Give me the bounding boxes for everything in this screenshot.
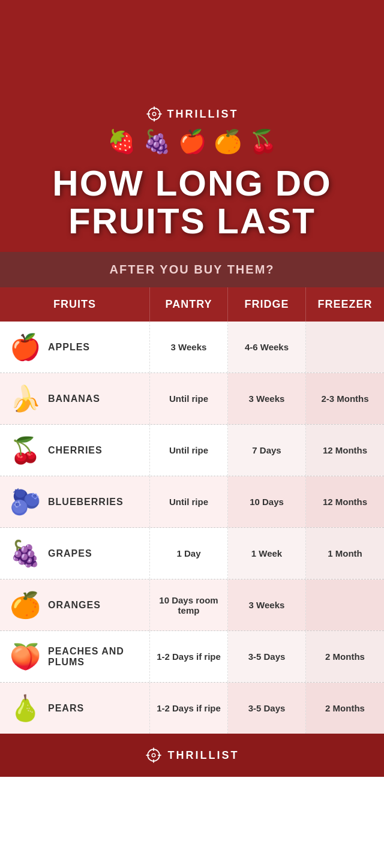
fruit-name: PEACHES AND PLUMS (48, 646, 140, 668)
crosshair-icon-footer (145, 747, 162, 764)
fruit-name: CHERRIES (48, 445, 103, 456)
svg-point-6 (148, 749, 160, 761)
subtitle-bar: AFTER YOU BUY THEM? (0, 252, 384, 287)
fridge-cell: 7 Days (228, 425, 306, 476)
fruit-name-cell: 🍊ORANGES (0, 579, 150, 630)
freezer-cell: 2 Months (306, 683, 384, 734)
fridge-cell: 3-5 Days (228, 631, 306, 682)
fruit-name: GRAPES (48, 548, 92, 559)
table-row: 🍐PEARS1-2 Days if ripe3-5 Days2 Months (0, 683, 384, 734)
freezer-cell: 1 Month (306, 528, 384, 579)
freezer-cell (306, 579, 384, 630)
freezer-cell: 2 Months (306, 631, 384, 682)
thrillist-logo-top: THRILLIST (0, 106, 384, 122)
main-title: HOW LONG DO FRUITS LAST (0, 164, 384, 240)
pantry-cell: 3 Weeks (150, 322, 228, 373)
pantry-cell: Until ripe (150, 476, 228, 527)
fruit-name-cell: 🍐PEARS (0, 683, 150, 734)
table-row: 🍊ORANGES10 Days room temp3 Weeks (0, 579, 384, 631)
fridge-cell: 4-6 Weeks (228, 322, 306, 373)
fridge-cell: 10 Days (228, 476, 306, 527)
table-row: 🍇GRAPES1 Day1 Week1 Month (0, 528, 384, 579)
table-row: 🍎APPLES3 Weeks4-6 Weeks (0, 322, 384, 373)
fruit-name-cell: 🍇GRAPES (0, 528, 150, 579)
table-header: FRUITS PANTRY FRIDGE FREEZER (0, 287, 384, 322)
fruit-name-cell: 🍌BANANAS (0, 373, 150, 424)
pantry-cell: Until ripe (150, 425, 228, 476)
fruit-name: PEARS (48, 703, 84, 714)
title-line2: FRUITS LAST (0, 202, 384, 240)
fruit-emoji: 🍌 (10, 384, 41, 413)
freezer-cell (306, 322, 384, 373)
table-row: 🍌BANANASUntil ripe3 Weeks2-3 Months (0, 373, 384, 425)
fruit-name-cell: 🫐BLUEBERRIES (0, 476, 150, 527)
footer-logo-text: THRILLIST (168, 749, 239, 762)
subtitle-text: AFTER YOU BUY THEM? (109, 263, 274, 276)
fruit-name-cell: 🍑PEACHES AND PLUMS (0, 631, 150, 682)
fridge-cell: 3 Weeks (228, 373, 306, 424)
fruit-name: APPLES (48, 342, 90, 353)
fruit-icon-2: 🍇 (143, 128, 171, 155)
table-row: 🍒CHERRIESUntil ripe7 Days12 Months (0, 425, 384, 476)
pantry-cell: 1-2 Days if ripe (150, 631, 228, 682)
fridge-cell: 1 Week (228, 528, 306, 579)
svg-point-7 (152, 753, 155, 757)
fruit-name-cell: 🍒CHERRIES (0, 425, 150, 476)
fruit-icon-3: 🍎 (178, 128, 206, 155)
col-header-fruits: FRUITS (0, 287, 150, 322)
fruit-emoji: 🍐 (10, 693, 41, 723)
freezer-cell: 2-3 Months (306, 373, 384, 424)
footer-section: THRILLIST (0, 734, 384, 777)
title-line1: HOW LONG DO (0, 164, 384, 202)
fruit-emoji: 🍇 (10, 539, 41, 568)
svg-point-1 (152, 112, 156, 116)
fruit-icon-1: 🍓 (107, 128, 136, 155)
fruit-name-cell: 🍎APPLES (0, 322, 150, 373)
table-row: 🫐BLUEBERRIESUntil ripe10 Days12 Months (0, 476, 384, 528)
fruit-icons-row: 🍓 🍇 🍎 🍊 🍒 (0, 128, 384, 155)
fruit-emoji: 🍎 (10, 332, 41, 362)
col-header-fridge: FRIDGE (228, 287, 306, 322)
fruit-icon-5: 🍒 (249, 128, 277, 155)
pantry-cell: Until ripe (150, 373, 228, 424)
fridge-cell: 3-5 Days (228, 683, 306, 734)
header-section: THRILLIST 🍓 🍇 🍎 🍊 🍒 HOW LONG DO FRUITS L… (0, 0, 384, 252)
pantry-cell: 1-2 Days if ripe (150, 683, 228, 734)
crosshair-icon (146, 106, 163, 122)
fridge-cell: 3 Weeks (228, 579, 306, 630)
fruit-emoji: 🍑 (10, 642, 41, 671)
fruit-icon-4: 🍊 (214, 128, 242, 155)
col-header-freezer: FREEZER (306, 287, 384, 322)
freezer-cell: 12 Months (306, 476, 384, 527)
table-row: 🍑PEACHES AND PLUMS1-2 Days if ripe3-5 Da… (0, 631, 384, 683)
fruit-emoji: 🫐 (10, 487, 41, 516)
freezer-cell: 12 Months (306, 425, 384, 476)
pantry-cell: 1 Day (150, 528, 228, 579)
logo-text-top: THRILLIST (167, 108, 239, 121)
fruit-emoji: 🍊 (10, 590, 41, 620)
fruit-name: BANANAS (48, 394, 100, 404)
svg-point-0 (148, 108, 160, 120)
fruit-emoji: 🍒 (10, 435, 41, 465)
col-header-pantry: PANTRY (150, 287, 228, 322)
header-content: THRILLIST 🍓 🍇 🍎 🍊 🍒 HOW LONG DO FRUITS L… (0, 106, 384, 240)
pantry-cell: 10 Days room temp (150, 579, 228, 630)
fruit-name: ORANGES (48, 600, 101, 611)
fruit-table: 🍎APPLES3 Weeks4-6 Weeks🍌BANANASUntil rip… (0, 322, 384, 734)
fruit-name: BLUEBERRIES (48, 497, 124, 507)
